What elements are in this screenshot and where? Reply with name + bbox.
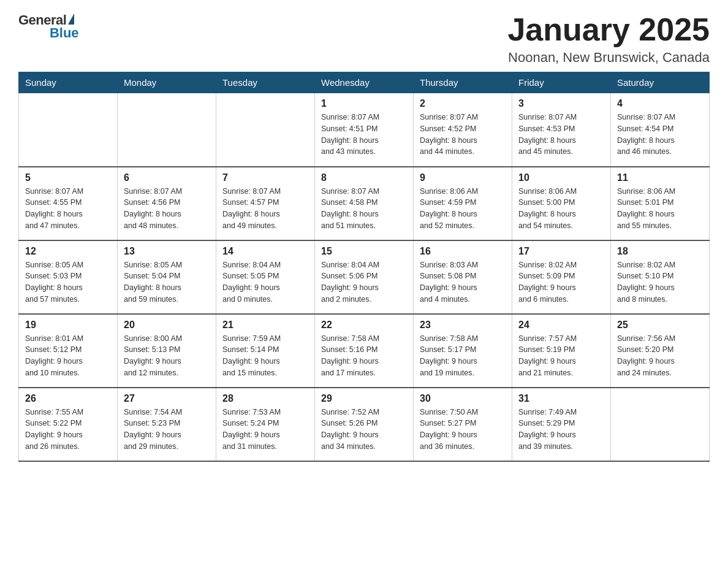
calendar-day-cell: 26Sunrise: 7:55 AM Sunset: 5:22 PM Dayli…	[19, 388, 118, 461]
day-number: 21	[222, 320, 308, 331]
calendar-day-cell: 16Sunrise: 8:03 AM Sunset: 5:08 PM Dayli…	[414, 240, 512, 314]
calendar-week-row: 5Sunrise: 8:07 AM Sunset: 4:55 PM Daylig…	[19, 167, 710, 240]
day-info: Sunrise: 7:55 AM Sunset: 5:22 PM Dayligh…	[25, 407, 111, 453]
day-info: Sunrise: 7:56 AM Sunset: 5:20 PM Dayligh…	[617, 333, 703, 379]
calendar-day-cell: 5Sunrise: 8:07 AM Sunset: 4:55 PM Daylig…	[19, 167, 118, 240]
calendar-day-header: Saturday	[611, 72, 710, 93]
calendar-day-cell: 27Sunrise: 7:54 AM Sunset: 5:23 PM Dayli…	[118, 388, 216, 461]
day-number: 29	[321, 393, 407, 404]
logo-triangle-icon	[68, 13, 74, 25]
day-number: 27	[124, 393, 210, 404]
day-info: Sunrise: 8:06 AM Sunset: 5:01 PM Dayligh…	[617, 186, 703, 232]
calendar-day-cell: 11Sunrise: 8:06 AM Sunset: 5:01 PM Dayli…	[611, 167, 710, 240]
day-info: Sunrise: 8:07 AM Sunset: 4:58 PM Dayligh…	[321, 186, 407, 232]
day-number: 3	[518, 98, 604, 109]
day-number: 31	[518, 393, 604, 404]
calendar-table: SundayMondayTuesdayWednesdayThursdayFrid…	[18, 72, 710, 462]
day-info: Sunrise: 8:05 AM Sunset: 5:03 PM Dayligh…	[25, 259, 111, 305]
calendar-day-header: Tuesday	[216, 72, 315, 93]
day-number: 26	[25, 393, 111, 404]
day-number: 24	[518, 320, 604, 331]
calendar-day-cell: 29Sunrise: 7:52 AM Sunset: 5:26 PM Dayli…	[315, 388, 414, 461]
day-number: 6	[124, 172, 210, 183]
day-info: Sunrise: 7:54 AM Sunset: 5:23 PM Dayligh…	[124, 407, 210, 453]
calendar-day-cell: 20Sunrise: 8:00 AM Sunset: 5:13 PM Dayli…	[118, 314, 216, 388]
day-info: Sunrise: 7:52 AM Sunset: 5:26 PM Dayligh…	[321, 407, 407, 453]
calendar-day-cell	[118, 93, 216, 167]
calendar-day-header: Thursday	[414, 72, 512, 93]
day-number: 5	[25, 172, 111, 183]
day-info: Sunrise: 8:07 AM Sunset: 4:53 PM Dayligh…	[518, 112, 604, 158]
day-number: 8	[321, 172, 407, 183]
calendar-week-row: 1Sunrise: 8:07 AM Sunset: 4:51 PM Daylig…	[19, 93, 710, 167]
calendar-day-cell: 4Sunrise: 8:07 AM Sunset: 4:54 PM Daylig…	[611, 93, 710, 167]
title-block: January 2025 Noonan, New Brunswick, Cana…	[507, 12, 710, 66]
day-info: Sunrise: 8:04 AM Sunset: 5:06 PM Dayligh…	[321, 259, 407, 305]
day-info: Sunrise: 8:02 AM Sunset: 5:09 PM Dayligh…	[518, 259, 604, 305]
day-info: Sunrise: 8:05 AM Sunset: 5:04 PM Dayligh…	[124, 259, 210, 305]
calendar-day-cell: 15Sunrise: 8:04 AM Sunset: 5:06 PM Dayli…	[315, 240, 414, 314]
calendar-week-row: 26Sunrise: 7:55 AM Sunset: 5:22 PM Dayli…	[19, 388, 710, 461]
day-info: Sunrise: 7:58 AM Sunset: 5:16 PM Dayligh…	[321, 333, 407, 379]
day-number: 12	[25, 246, 111, 257]
calendar-day-cell	[19, 93, 118, 167]
calendar-day-cell: 23Sunrise: 7:58 AM Sunset: 5:17 PM Dayli…	[414, 314, 512, 388]
calendar-day-cell: 9Sunrise: 8:06 AM Sunset: 4:59 PM Daylig…	[414, 167, 512, 240]
logo: General Blue	[18, 12, 79, 43]
calendar-day-header: Wednesday	[315, 72, 414, 93]
day-info: Sunrise: 8:06 AM Sunset: 4:59 PM Dayligh…	[420, 186, 506, 232]
day-number: 20	[124, 320, 210, 331]
day-info: Sunrise: 8:04 AM Sunset: 5:05 PM Dayligh…	[222, 259, 308, 305]
calendar-day-cell: 3Sunrise: 8:07 AM Sunset: 4:53 PM Daylig…	[512, 93, 611, 167]
calendar-week-row: 12Sunrise: 8:05 AM Sunset: 5:03 PM Dayli…	[19, 240, 710, 314]
day-number: 7	[222, 172, 308, 183]
calendar-day-cell	[216, 93, 315, 167]
month-title: January 2025	[507, 12, 710, 47]
day-number: 2	[420, 98, 506, 109]
day-number: 4	[617, 98, 703, 109]
day-info: Sunrise: 8:07 AM Sunset: 4:51 PM Dayligh…	[321, 112, 407, 158]
day-info: Sunrise: 7:49 AM Sunset: 5:29 PM Dayligh…	[518, 407, 604, 453]
day-number: 16	[420, 246, 506, 257]
calendar-day-cell: 2Sunrise: 8:07 AM Sunset: 4:52 PM Daylig…	[414, 93, 512, 167]
day-number: 11	[617, 172, 703, 183]
calendar-header-row: SundayMondayTuesdayWednesdayThursdayFrid…	[19, 72, 710, 93]
day-number: 23	[420, 320, 506, 331]
day-number: 25	[617, 320, 703, 331]
day-info: Sunrise: 8:07 AM Sunset: 4:57 PM Dayligh…	[222, 186, 308, 232]
day-number: 17	[518, 246, 604, 257]
day-number: 28	[222, 393, 308, 404]
day-number: 14	[222, 246, 308, 257]
calendar-day-cell: 7Sunrise: 8:07 AM Sunset: 4:57 PM Daylig…	[216, 167, 315, 240]
day-number: 13	[124, 246, 210, 257]
calendar-day-cell: 14Sunrise: 8:04 AM Sunset: 5:05 PM Dayli…	[216, 240, 315, 314]
calendar-day-header: Friday	[512, 72, 611, 93]
day-number: 22	[321, 320, 407, 331]
day-info: Sunrise: 7:50 AM Sunset: 5:27 PM Dayligh…	[420, 407, 506, 453]
calendar-day-cell: 31Sunrise: 7:49 AM Sunset: 5:29 PM Dayli…	[512, 388, 611, 461]
day-info: Sunrise: 8:07 AM Sunset: 4:56 PM Dayligh…	[124, 186, 210, 232]
calendar-day-cell: 21Sunrise: 7:59 AM Sunset: 5:14 PM Dayli…	[216, 314, 315, 388]
day-info: Sunrise: 7:59 AM Sunset: 5:14 PM Dayligh…	[222, 333, 308, 379]
day-info: Sunrise: 7:57 AM Sunset: 5:19 PM Dayligh…	[518, 333, 604, 379]
calendar-day-cell: 10Sunrise: 8:06 AM Sunset: 5:00 PM Dayli…	[512, 167, 611, 240]
calendar-day-cell: 19Sunrise: 8:01 AM Sunset: 5:12 PM Dayli…	[19, 314, 118, 388]
calendar-day-cell	[611, 388, 710, 461]
day-info: Sunrise: 8:01 AM Sunset: 5:12 PM Dayligh…	[25, 333, 111, 379]
day-number: 10	[518, 172, 604, 183]
calendar-day-header: Monday	[118, 72, 216, 93]
day-info: Sunrise: 7:58 AM Sunset: 5:17 PM Dayligh…	[420, 333, 506, 379]
calendar-day-cell: 1Sunrise: 8:07 AM Sunset: 4:51 PM Daylig…	[315, 93, 414, 167]
calendar-day-cell: 28Sunrise: 7:53 AM Sunset: 5:24 PM Dayli…	[216, 388, 315, 461]
calendar-day-cell: 25Sunrise: 7:56 AM Sunset: 5:20 PM Dayli…	[611, 314, 710, 388]
page-header: General Blue January 2025 Noonan, New Br…	[18, 12, 710, 66]
day-number: 9	[420, 172, 506, 183]
calendar-day-cell: 8Sunrise: 8:07 AM Sunset: 4:58 PM Daylig…	[315, 167, 414, 240]
calendar-day-cell: 18Sunrise: 8:02 AM Sunset: 5:10 PM Dayli…	[611, 240, 710, 314]
calendar-day-cell: 24Sunrise: 7:57 AM Sunset: 5:19 PM Dayli…	[512, 314, 611, 388]
day-info: Sunrise: 8:07 AM Sunset: 4:54 PM Dayligh…	[617, 112, 703, 158]
day-info: Sunrise: 8:07 AM Sunset: 4:52 PM Dayligh…	[420, 112, 506, 158]
day-number: 19	[25, 320, 111, 331]
day-number: 15	[321, 246, 407, 257]
calendar-week-row: 19Sunrise: 8:01 AM Sunset: 5:12 PM Dayli…	[19, 314, 710, 388]
